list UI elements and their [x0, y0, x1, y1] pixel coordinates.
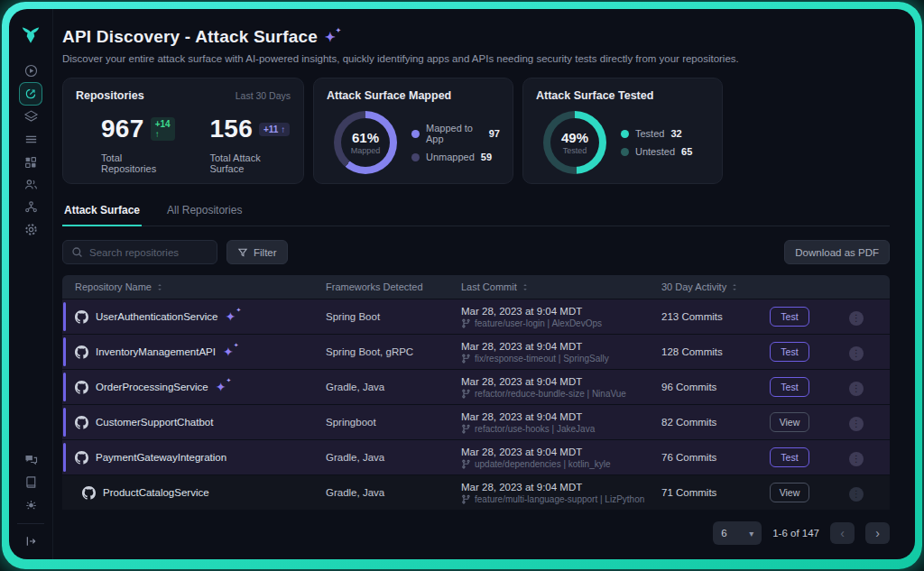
page-size-select[interactable]: 6 ▾ — [713, 521, 762, 545]
tab-attack-surface[interactable]: Attack Surface — [62, 200, 142, 226]
column-header[interactable]: 30 Day Activity — [661, 281, 770, 292]
commit-branch: feature/multi-language-support | LizPyth… — [475, 494, 644, 504]
row-menu-button[interactable]: ⋮ — [849, 452, 864, 466]
prev-page-button[interactable]: ‹ — [830, 522, 855, 544]
column-header: Frameworks Detected — [326, 281, 461, 292]
github-icon — [82, 486, 96, 500]
row-menu-button[interactable]: ⋮ — [849, 346, 864, 361]
tab-all-repositories[interactable]: All Repositories — [165, 200, 244, 226]
donut-caption: Tested — [563, 146, 587, 155]
ai-sparkle-icon: ✦ — [223, 345, 234, 358]
github-icon — [75, 451, 88, 465]
action-button[interactable]: Test — [770, 447, 809, 467]
filter-label: Filter — [254, 247, 277, 258]
frameworks-cell: Spring Boot, gRPC — [326, 346, 461, 357]
column-header[interactable]: Last Commit — [461, 281, 661, 292]
sort-icon[interactable] — [731, 282, 738, 292]
git-branch-icon — [461, 424, 471, 434]
last-commit-cell: Mar 28, 2023 at 9:04 MDT update/dependen… — [461, 447, 661, 469]
sort-icon[interactable] — [522, 282, 529, 292]
docs-book-icon[interactable] — [18, 471, 43, 493]
sidebar-divider — [17, 523, 44, 524]
last-commit-cell: Mar 28, 2023 at 9:04 MDT fix/response-ti… — [461, 341, 661, 364]
mapped-donut-chart: 61% Mapped — [334, 111, 397, 174]
legend-item: Tested 32 — [621, 128, 692, 139]
tested-donut-chart: 49% Tested — [543, 111, 606, 174]
action-button[interactable]: View — [770, 412, 809, 432]
frameworks-cell: Gradle, Java — [326, 452, 461, 463]
bug-icon[interactable] — [18, 493, 43, 516]
total-repositories-stat: 967 +14 ↑ Total Repositories — [101, 115, 175, 174]
total-attack-surface-stat: 156 +11 ↑ Total Attack Surface — [209, 115, 291, 174]
column-header[interactable]: Repository Name — [62, 281, 326, 292]
card-period: Last 30 Days — [236, 90, 291, 101]
sidebar — [9, 9, 53, 559]
ai-sparkle-icon: ✦ — [226, 310, 236, 323]
toolbar: Filter Download as PDF — [62, 240, 890, 264]
action-button[interactable]: Test — [770, 377, 809, 397]
commit-date: Mar 28, 2023 at 9:04 MDT — [461, 306, 661, 317]
ai-sparkle-icon: ✦ — [216, 381, 226, 393]
table-row[interactable]: UserAuthenticationService ✦ Spring Boot … — [62, 299, 890, 334]
donut-percent: 61% — [352, 130, 379, 145]
action-button[interactable]: Test — [770, 342, 809, 362]
table-row[interactable]: ProductCatalogService Gradle, Java Mar 2… — [62, 475, 890, 510]
layers-icon[interactable] — [18, 106, 43, 128]
apps-grid-icon[interactable] — [18, 151, 43, 173]
activity-cell: 71 Commits — [661, 487, 770, 498]
tested-legend: Tested 32 Untested 65 — [621, 128, 692, 157]
table-row[interactable]: OrderProcessingService ✦ Gradle, Java Ma… — [62, 370, 890, 404]
action-button[interactable]: View — [770, 483, 809, 502]
repo-name: OrderProcessingService — [96, 382, 208, 392]
repositories-card: Repositories Last 30 Days 967 +14 ↑ Tota… — [62, 78, 304, 184]
run-scan-icon[interactable] — [18, 60, 43, 82]
git-branch-icon — [461, 459, 471, 469]
filter-button[interactable]: Filter — [226, 240, 288, 264]
row-menu-button[interactable]: ⋮ — [849, 487, 864, 502]
table-header: Repository NameFrameworks DetectedLast C… — [62, 275, 890, 299]
repo-name: InventoryManagementAPI — [96, 346, 216, 357]
collapse-sidebar-icon[interactable] — [18, 530, 43, 552]
activity-cell: 76 Commits — [661, 452, 770, 463]
next-page-button[interactable]: › — [865, 522, 890, 544]
row-menu-button[interactable]: ⋮ — [849, 417, 864, 431]
sidebar-item-attack-surface-active[interactable] — [19, 82, 42, 106]
git-branch-icon — [461, 318, 471, 328]
attack-surface-tested-card: Attack Surface Tested 49% Tested Tested … — [522, 78, 723, 184]
card-title: Attack Surface Mapped — [327, 89, 451, 102]
legend-label: Unmapped — [426, 152, 475, 162]
legend-label: Mapped to App — [426, 123, 483, 144]
search-input[interactable] — [89, 247, 208, 258]
legend-item: Unmapped 59 — [411, 152, 500, 162]
commit-branch: refactor/use-hooks | JakeJava — [475, 424, 595, 434]
page-title-text: API Discovery - Attack Surface — [62, 27, 318, 47]
team-icon[interactable] — [18, 196, 43, 218]
github-icon — [75, 416, 88, 429]
commit-date: Mar 28, 2023 at 9:04 MDT — [461, 376, 661, 387]
commit-branch: fix/response-timeout | SpringSally — [475, 354, 609, 364]
legend-value: 32 — [670, 128, 681, 139]
row-menu-button[interactable]: ⋮ — [849, 382, 864, 396]
stat-label: Total Attack Surface — [209, 152, 291, 174]
list-icon[interactable] — [18, 128, 43, 151]
page-range: 1-6 of 147 — [772, 528, 819, 539]
table-body: UserAuthenticationService ✦ Spring Boot … — [62, 299, 890, 510]
table-row[interactable]: CustomerSupportChatbot Springboot Mar 28… — [62, 405, 890, 439]
search-box[interactable] — [62, 240, 217, 264]
users-icon[interactable] — [18, 173, 43, 196]
last-commit-cell: Mar 28, 2023 at 9:04 MDT feature/multi-l… — [461, 482, 661, 504]
download-pdf-button[interactable]: Download as PDF — [784, 240, 890, 264]
settings-gear-icon[interactable] — [18, 218, 43, 241]
stat-cards: Repositories Last 30 Days 967 +14 ↑ Tota… — [62, 78, 890, 184]
filter-icon — [237, 247, 248, 258]
git-branch-icon — [461, 354, 471, 364]
activity-cell: 96 Commits — [661, 382, 770, 392]
chat-icon[interactable] — [18, 448, 43, 471]
action-button[interactable]: Test — [770, 307, 809, 327]
sort-icon[interactable] — [156, 282, 163, 292]
commit-branch: update/dependencies | kotlin_kyle — [475, 459, 610, 469]
table-row[interactable]: InventoryManagementAPI ✦ Spring Boot, gR… — [62, 335, 890, 369]
row-menu-button[interactable]: ⋮ — [849, 311, 864, 326]
table-row[interactable]: PaymentGatewayIntegration Gradle, Java M… — [62, 440, 890, 474]
github-icon — [75, 345, 88, 359]
